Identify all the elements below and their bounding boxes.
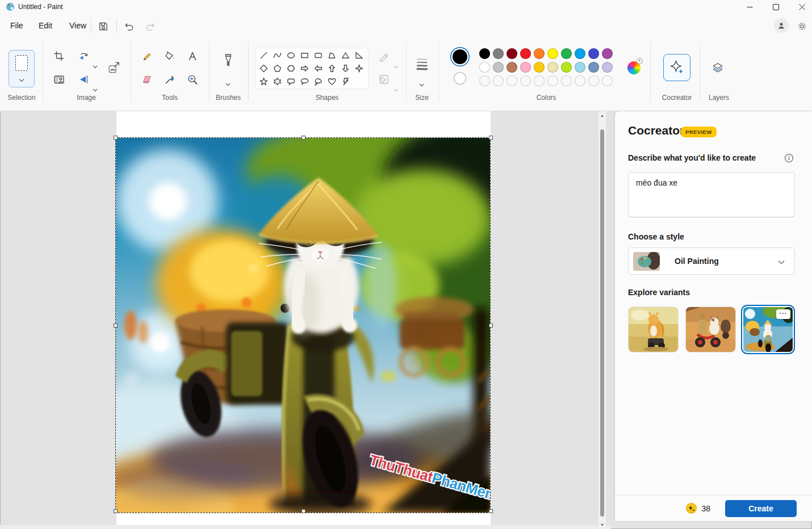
vertical-scrollbar[interactable]: ▲ ▼	[598, 111, 606, 529]
selection-handle[interactable]	[114, 324, 118, 328]
line-size-icon[interactable]	[416, 58, 428, 70]
rotate-icon[interactable]	[77, 50, 90, 62]
arrow-left-shape-icon[interactable]	[311, 62, 325, 75]
rounded-rectangle-shape-icon[interactable]	[311, 49, 325, 62]
color-swatch-#C3C3C3[interactable]	[493, 62, 504, 73]
info-icon[interactable]	[784, 153, 794, 163]
arrow-right-shape-icon[interactable]	[298, 62, 311, 75]
hexagon-shape-icon[interactable]	[284, 62, 298, 75]
resize-icon[interactable]	[108, 61, 120, 74]
variant-thumbnail-3[interactable]: ···	[743, 307, 793, 352]
color-swatch-#00A2E8[interactable]	[575, 48, 585, 59]
custom-color-slot[interactable]	[561, 75, 572, 86]
eraser-icon[interactable]	[141, 73, 153, 86]
brushes-dropdown-chevron[interactable]	[225, 78, 231, 82]
layers-icon[interactable]	[711, 61, 724, 74]
color-picker-icon[interactable]	[164, 73, 176, 86]
style-dropdown[interactable]: Oil Painting	[628, 247, 795, 275]
polygon-shape-icon[interactable]	[325, 49, 338, 62]
triangle-shape-icon[interactable]	[338, 49, 352, 62]
add-color-plus-icon[interactable]: +	[637, 58, 643, 64]
chevron-down-icon[interactable]	[19, 74, 24, 85]
line-shape-icon[interactable]	[257, 49, 270, 62]
prompt-input[interactable]: mèo đua xe	[628, 172, 795, 217]
color-swatch-#000000[interactable]	[479, 48, 490, 59]
lightning-shape-icon[interactable]	[338, 75, 352, 88]
color-swatch-#B5E61D[interactable]	[561, 62, 572, 73]
color-swatch-#7F7F7F[interactable]	[493, 48, 504, 59]
color-swatch-#880015[interactable]	[507, 48, 517, 59]
rectangle-shape-icon[interactable]	[298, 49, 311, 62]
selection-tool-button[interactable]	[9, 50, 35, 87]
size-dropdown-chevron[interactable]	[419, 79, 425, 83]
cloud-speech-bubble-shape-icon[interactable]	[311, 75, 325, 88]
variant-thumbnail-1[interactable]	[629, 307, 678, 352]
arrow-up-shape-icon[interactable]	[325, 62, 338, 75]
save-icon[interactable]	[97, 20, 109, 32]
color-swatch-#ED1C24[interactable]	[520, 48, 531, 59]
minimize-button[interactable]	[736, 0, 763, 14]
selection-handle[interactable]	[302, 509, 305, 513]
color-swatch-#C8BFE7[interactable]	[602, 62, 613, 73]
shape-outline-chevron[interactable]	[394, 61, 399, 65]
scroll-down-icon[interactable]: ▼	[598, 523, 606, 527]
flip-dropdown-chevron[interactable]	[93, 84, 98, 88]
custom-color-slot[interactable]	[575, 75, 585, 86]
selection-handle[interactable]	[302, 136, 305, 140]
color-swatch-#3F48CC[interactable]	[588, 48, 599, 59]
color-swatch-#22B14C[interactable]	[561, 48, 572, 59]
oval-speech-bubble-shape-icon[interactable]	[298, 75, 311, 88]
color-swatch-#B97A57[interactable]	[507, 62, 517, 73]
selection-handle[interactable]	[489, 136, 493, 140]
redo-icon[interactable]	[144, 20, 157, 32]
five-point-star-shape-icon[interactable]	[257, 75, 270, 88]
crop-icon[interactable]	[53, 50, 65, 62]
custom-color-slot[interactable]	[547, 75, 558, 86]
custom-color-slot[interactable]	[534, 75, 545, 86]
close-button[interactable]	[789, 0, 812, 14]
shape-fill-icon[interactable]	[378, 73, 390, 86]
shape-fill-chevron[interactable]	[394, 84, 399, 88]
color-swatch-#FFF200[interactable]	[547, 48, 558, 59]
account-icon[interactable]	[774, 18, 789, 33]
rotate-dropdown-chevron[interactable]	[93, 61, 98, 65]
foreground-color-swatch[interactable]	[453, 49, 467, 64]
more-options-button[interactable]: ···	[776, 309, 790, 319]
ellipse-shape-icon[interactable]	[284, 49, 298, 62]
custom-color-slot[interactable]	[507, 75, 517, 86]
scrollbar-thumb[interactable]	[600, 129, 604, 517]
custom-color-slot[interactable]	[493, 75, 504, 86]
color-swatch-#7092BE[interactable]	[588, 62, 599, 73]
selection-handle[interactable]	[114, 509, 118, 513]
background-color-swatch[interactable]	[454, 72, 466, 85]
four-point-star-shape-icon[interactable]	[352, 62, 366, 75]
color-swatch-#FF7F27[interactable]	[534, 48, 545, 59]
diamond-shape-icon[interactable]	[257, 62, 270, 75]
cocreator-button[interactable]	[663, 54, 690, 81]
pentagon-shape-icon[interactable]	[270, 62, 284, 75]
brush-icon[interactable]	[222, 54, 235, 67]
text-icon[interactable]	[186, 50, 199, 62]
color-swatch-#99D9EA[interactable]	[575, 62, 585, 73]
selection-handle[interactable]	[489, 509, 493, 513]
custom-color-slot[interactable]	[520, 75, 531, 86]
menu-view[interactable]: View	[64, 19, 92, 33]
curve-shape-icon[interactable]	[270, 49, 284, 62]
horizontal-scroll-area[interactable]	[0, 525, 611, 529]
custom-color-slot[interactable]	[588, 75, 599, 86]
menu-file[interactable]: File	[5, 19, 29, 33]
magnifier-icon[interactable]	[186, 73, 199, 86]
variant-thumbnail-2[interactable]	[686, 307, 735, 352]
flip-icon[interactable]	[77, 73, 90, 86]
selection-region[interactable]: ThuThuatPhanMem.vn	[115, 137, 491, 513]
remove-background-icon[interactable]	[53, 73, 65, 86]
arrow-down-shape-icon[interactable]	[338, 62, 352, 75]
selection-handle[interactable]	[114, 136, 118, 140]
color-swatch-#A349A4[interactable]	[602, 48, 613, 59]
heart-shape-icon[interactable]	[325, 75, 338, 88]
speech-bubble-shape-icon[interactable]	[284, 75, 298, 88]
scroll-up-icon[interactable]: ▲	[598, 114, 606, 117]
settings-icon[interactable]	[796, 20, 808, 32]
undo-icon[interactable]	[122, 20, 135, 32]
shape-outline-icon[interactable]	[378, 50, 390, 62]
